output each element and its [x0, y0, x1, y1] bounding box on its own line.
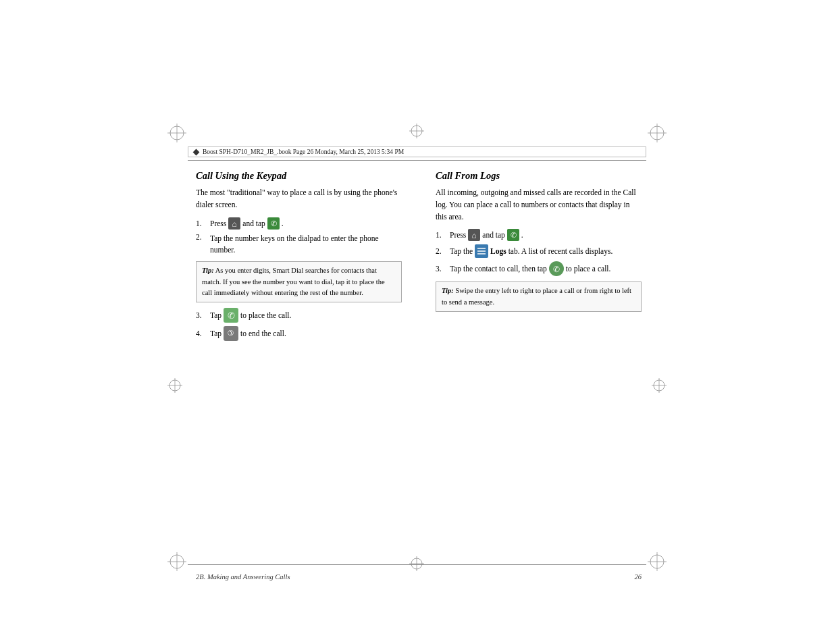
step-1-and-tap: and tap: [242, 219, 265, 227]
footer-page-num: 26: [635, 573, 642, 581]
home-icon-1: ⌂: [228, 217, 240, 230]
step-2-text: Tap the number keys on the dialpad to en…: [210, 233, 402, 257]
right-step-3-text2: to place a: [566, 265, 596, 273]
phone-green-icon-2: ✆: [507, 229, 519, 241]
left-tip-box: Tip: As you enter digits, Smart Dial sea…: [196, 261, 402, 302]
right-tip-box: Tip: Swipe the entry left to right to pl…: [436, 281, 642, 312]
left-step-4: 4. Tap ✆ to end the call.: [196, 326, 402, 341]
left-step-2: 2. Tap the number keys on the dialpad to…: [196, 233, 402, 257]
right-step-3-num: 3.: [436, 265, 448, 273]
diamond-icon: [193, 149, 200, 155]
step-1-num: 1.: [196, 219, 208, 227]
file-info-text: Boost SPH-D710_MR2_JB_.book Page 26 Mond…: [203, 149, 404, 155]
home-icon-2: ⌂: [468, 229, 480, 241]
right-step-2-num: 2.: [436, 247, 448, 255]
left-step-3: 3. Tap ✆ to place the call.: [196, 308, 402, 323]
svg-text:✆: ✆: [510, 231, 516, 239]
svg-text:⌂: ⌂: [232, 219, 237, 229]
right-tip-text: Swipe the entry left to right to place a…: [442, 287, 631, 305]
right-step-1-press: Press: [450, 231, 466, 239]
step-4-tap: Tap: [210, 329, 221, 338]
phone-green-icon-1: ✆: [267, 217, 280, 230]
footer-section: 2B. Making and Answering Calls: [196, 573, 290, 581]
step-3-tap: Tap: [210, 311, 221, 319]
right-section-title: Call From Logs: [436, 170, 642, 182]
right-step-1-num: 1.: [436, 231, 448, 239]
svg-text:✆: ✆: [270, 219, 276, 227]
left-section: Call Using the Keypad The most "traditio…: [196, 170, 402, 341]
left-section-title: Call Using the Keypad: [196, 170, 402, 182]
svg-text:✆: ✆: [553, 265, 560, 274]
right-step-3-call: call.: [598, 265, 610, 273]
left-section-intro: The most "traditional" way to place a ca…: [196, 187, 402, 211]
phone-call-icon: ✆: [224, 308, 238, 323]
right-step-2-tap: Tap the: [450, 247, 473, 255]
right-step-2: 2. Tap the Logs tab. A list of recent ca…: [436, 244, 642, 258]
svg-text:✆: ✆: [228, 311, 235, 321]
logs-icon: [475, 244, 488, 258]
left-step-1: 1. Press ⌂ and tap ✆ .: [196, 217, 402, 230]
step-2-num: 2.: [196, 233, 208, 241]
step-3-text: to place the call.: [240, 311, 291, 319]
step-1-press: Press: [210, 219, 226, 227]
right-section: Call From Logs All incoming, outgoing an…: [436, 170, 642, 341]
step-4-num: 4.: [196, 329, 208, 338]
svg-text:⌂: ⌂: [472, 231, 477, 240]
right-step-3-text1: Tap the contact to call, then tap: [450, 265, 547, 273]
footer: 2B. Making and Answering Calls 26: [196, 573, 642, 581]
right-section-intro: All incoming, outgoing and missed calls …: [436, 187, 642, 223]
phone-tap-icon: ✆: [549, 261, 564, 276]
step-1-end: .: [282, 219, 284, 227]
left-tip-label: Tip:: [202, 267, 214, 274]
right-step-2-bold: Logs: [490, 247, 506, 255]
step-4-text: to end the call.: [240, 329, 286, 338]
right-tip-label: Tip:: [442, 287, 454, 294]
right-step-2-text: tab. A list of recent calls displays.: [509, 247, 613, 255]
right-step-1: 1. Press ⌂ and tap ✆ .: [436, 229, 642, 241]
file-info-bar: Boost SPH-D710_MR2_JB_.book Page 26 Mond…: [188, 146, 646, 157]
end-call-icon: ✆: [224, 326, 238, 341]
left-tip-text: As you enter digits, Smart Dial searches…: [202, 267, 385, 296]
right-step-1-and-tap: and tap: [482, 231, 505, 239]
right-step-3: 3. Tap the contact to call, then tap ✆ t…: [436, 261, 642, 276]
step-3-num: 3.: [196, 311, 208, 319]
right-step-1-end: .: [521, 231, 523, 239]
